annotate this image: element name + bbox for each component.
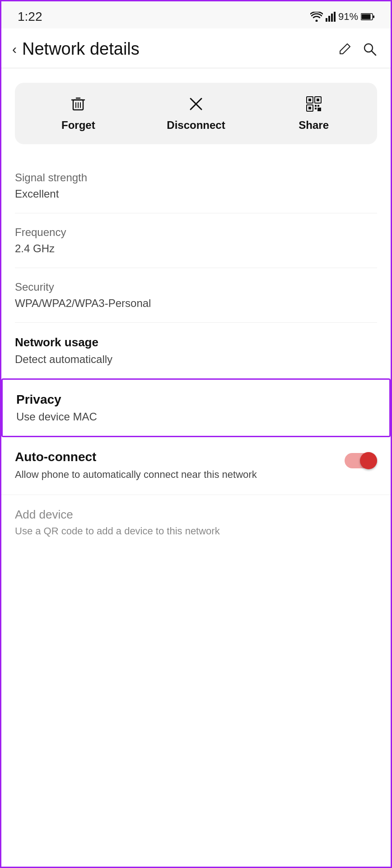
svg-line-8 bbox=[372, 51, 376, 55]
svg-rect-25 bbox=[315, 108, 317, 109]
svg-rect-5 bbox=[362, 14, 371, 19]
qr-icon bbox=[305, 95, 322, 113]
svg-rect-6 bbox=[373, 15, 374, 18]
toggle-thumb bbox=[360, 452, 377, 469]
svg-rect-18 bbox=[308, 99, 311, 101]
svg-rect-23 bbox=[315, 105, 317, 107]
network-usage-item: Network usage Detect automatically bbox=[15, 323, 377, 378]
battery-percentage: 91% bbox=[338, 11, 358, 23]
security-value: WPA/WPA2/WPA3-Personal bbox=[15, 297, 377, 310]
svg-rect-1 bbox=[328, 16, 330, 22]
signal-strength-value: Excellent bbox=[15, 188, 377, 200]
add-device-label: Add device bbox=[15, 508, 377, 522]
back-button[interactable]: ‹ bbox=[12, 42, 17, 57]
disconnect-label: Disconnect bbox=[167, 119, 225, 132]
status-icons: 91% bbox=[310, 11, 374, 23]
frequency-value: 2.4 GHz bbox=[15, 242, 377, 255]
network-usage-value: Detect automatically bbox=[15, 353, 377, 366]
svg-rect-3 bbox=[334, 12, 336, 22]
action-card: Forget Disconnect Share bbox=[15, 83, 377, 144]
trash-icon bbox=[70, 95, 87, 113]
header-actions bbox=[337, 42, 377, 57]
security-item: Security WPA/WPA2/WPA3-Personal bbox=[15, 268, 377, 323]
privacy-label: Privacy bbox=[16, 392, 376, 407]
svg-rect-24 bbox=[317, 105, 319, 107]
security-label: Security bbox=[15, 281, 377, 293]
auto-connect-toggle[interactable] bbox=[345, 452, 377, 470]
auto-connect-section: Auto-connect Allow phone to automaticall… bbox=[1, 437, 391, 495]
svg-rect-26 bbox=[317, 108, 321, 111]
network-usage-label: Network usage bbox=[15, 335, 377, 349]
wifi-icon bbox=[310, 12, 323, 22]
svg-rect-2 bbox=[331, 14, 333, 22]
forget-button[interactable]: Forget bbox=[19, 95, 137, 132]
header-left: ‹ Network details bbox=[12, 39, 140, 59]
status-bar: 1:22 91% bbox=[1, 1, 391, 28]
add-device-description: Use a QR code to add a device to this ne… bbox=[15, 525, 377, 537]
share-label: Share bbox=[299, 119, 329, 132]
auto-connect-description: Allow phone to automatically connect nea… bbox=[15, 468, 336, 482]
privacy-value: Use device MAC bbox=[16, 410, 376, 423]
header: ‹ Network details bbox=[1, 28, 391, 68]
signal-icon bbox=[326, 12, 336, 22]
svg-rect-20 bbox=[317, 99, 319, 101]
frequency-item: Frequency 2.4 GHz bbox=[15, 213, 377, 268]
share-button[interactable]: Share bbox=[255, 95, 373, 132]
x-icon bbox=[187, 95, 205, 113]
page-title: Network details bbox=[22, 39, 140, 59]
signal-strength-label: Signal strength bbox=[15, 171, 377, 184]
auto-connect-label: Auto-connect bbox=[15, 450, 336, 464]
search-icon[interactable] bbox=[363, 42, 377, 57]
svg-rect-0 bbox=[326, 18, 327, 22]
info-section: Signal strength Excellent Frequency 2.4 … bbox=[1, 159, 391, 378]
forget-label: Forget bbox=[61, 119, 95, 132]
battery-icon bbox=[361, 13, 374, 21]
privacy-section[interactable]: Privacy Use device MAC bbox=[1, 378, 391, 437]
edit-icon[interactable] bbox=[337, 42, 352, 57]
disconnect-button[interactable]: Disconnect bbox=[137, 95, 255, 132]
frequency-label: Frequency bbox=[15, 226, 377, 239]
auto-connect-text: Auto-connect Allow phone to automaticall… bbox=[15, 450, 345, 482]
signal-strength-item: Signal strength Excellent bbox=[15, 159, 377, 213]
status-time: 1:22 bbox=[18, 9, 42, 24]
add-device-section: Add device Use a QR code to add a device… bbox=[1, 495, 391, 550]
svg-rect-22 bbox=[308, 107, 311, 109]
